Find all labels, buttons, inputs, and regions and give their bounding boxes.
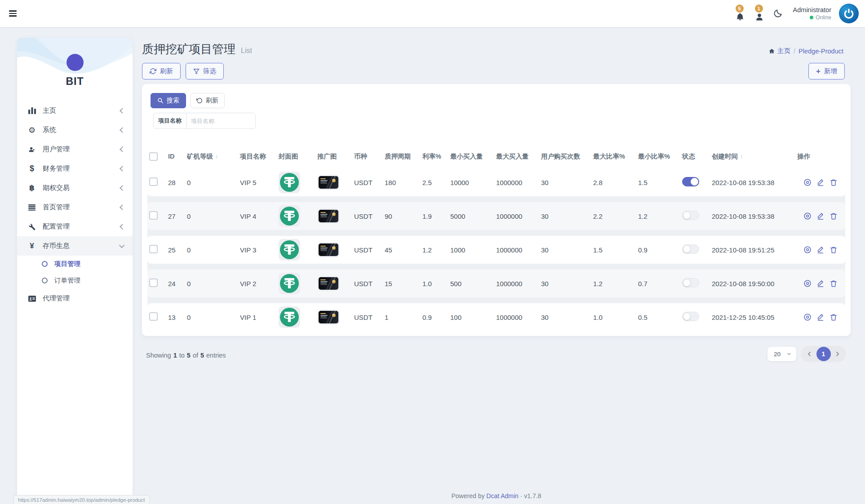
status-toggle[interactable] — [682, 177, 699, 186]
row-checkbox[interactable] — [149, 245, 158, 253]
view-button[interactable] — [803, 178, 812, 186]
cell-max-buy: 1000000 — [492, 280, 537, 287]
cell-coin: USDT — [350, 179, 381, 186]
cell-user-buy-times: 30 — [537, 179, 590, 186]
cell-max-buy: 1000000 — [492, 212, 537, 220]
filter-button[interactable]: 筛选 — [186, 63, 224, 80]
cell-min-buy: 1000 — [447, 246, 492, 254]
promo-image[interactable] — [317, 276, 340, 291]
delete-button[interactable] — [830, 279, 838, 287]
row-checkbox[interactable] — [149, 312, 158, 321]
search-button[interactable]: 搜索 — [151, 93, 186, 108]
chevron-left-icon — [120, 108, 125, 114]
tether-icon — [280, 240, 299, 259]
edit-button[interactable] — [816, 279, 825, 287]
chevron-left-icon — [120, 146, 125, 152]
sidebar-item-finance[interactable]: $ 财务管理 — [17, 159, 133, 178]
status-toggle[interactable] — [682, 244, 699, 254]
cell-project-name: VIP 1 — [236, 314, 275, 321]
row-checkbox[interactable] — [149, 177, 158, 186]
sidebar-item-deposit-interest[interactable]: ¥ 存币生息 — [17, 236, 133, 256]
notifications-button[interactable]: 5 — [734, 4, 746, 22]
edit-button[interactable] — [816, 212, 825, 220]
user-name: Administrator — [793, 6, 831, 14]
refresh-button[interactable]: 刷新 — [142, 63, 181, 80]
status-toggle[interactable] — [682, 211, 699, 220]
delete-button[interactable] — [830, 212, 838, 220]
sidebar-toggle-button[interactable] — [9, 8, 21, 19]
promo-banner-graphic — [319, 210, 338, 222]
project-name-input[interactable] — [186, 113, 256, 128]
cover-image[interactable] — [279, 306, 300, 328]
search-icon — [157, 97, 164, 104]
sidebar-subitem-project-manage[interactable]: 项目管理 — [17, 256, 133, 272]
next-page-button[interactable] — [834, 350, 841, 358]
delete-button[interactable] — [830, 178, 838, 186]
status-toggle[interactable] — [682, 278, 699, 287]
sidebar-item-users[interactable]: 用户管理 — [17, 140, 133, 159]
breadcrumb-home-link[interactable]: 主页 — [768, 47, 790, 55]
prev-page-button[interactable] — [806, 350, 813, 358]
version-label: v1.7.8 — [524, 492, 541, 500]
sidebar-item-agent-manage[interactable]: 代理管理 — [17, 289, 133, 308]
promo-image[interactable] — [317, 175, 340, 190]
select-all-checkbox[interactable] — [149, 152, 158, 161]
edit-button[interactable] — [816, 246, 825, 254]
sidebar-item-options-trade[interactable]: ฿ 期权交易 — [17, 178, 133, 198]
cell-miner-level: 0 — [183, 280, 236, 287]
add-button[interactable]: + 新增 — [808, 63, 845, 80]
cell-max-ratio: 1.2 — [590, 280, 634, 287]
sort-asc-icon[interactable]: ↑ — [215, 153, 218, 160]
messages-button[interactable]: 1 — [754, 4, 765, 22]
entries-summary: Showing1to5of5entries — [146, 352, 226, 359]
row-checkbox[interactable] — [149, 279, 158, 287]
promo-image[interactable] — [317, 208, 340, 224]
cell-max-buy: 1000000 — [492, 179, 537, 186]
delete-button[interactable] — [830, 313, 838, 321]
cell-coin: USDT — [350, 246, 381, 254]
sidebar-item-home[interactable]: 主页 — [17, 101, 133, 120]
breadcrumb-current[interactable]: Pledge-Product — [798, 48, 843, 55]
promo-image[interactable] — [317, 309, 340, 325]
table-row: 27 0 VIP 4 USDT 90 1.9 500 — [147, 202, 845, 230]
cell-created-at: 2022-10-08 19:50:00 — [708, 280, 794, 287]
messages-badge: 1 — [755, 4, 763, 13]
dcat-admin-link[interactable]: Dcat Admin — [486, 492, 519, 500]
sidebar-item-homepage-manage[interactable]: 首页管理 — [17, 198, 133, 217]
current-page-button[interactable]: 1 — [816, 347, 831, 361]
edit-button[interactable] — [816, 178, 825, 186]
cell-miner-level: 0 — [183, 246, 236, 254]
cell-rate: 1.0 — [419, 280, 447, 287]
cell-max-ratio: 2.2 — [590, 212, 634, 220]
cell-min-ratio: 1.5 — [634, 179, 679, 186]
app: 5 1 Administrator Online — [0, 0, 865, 504]
sidebar-item-system[interactable]: ⚙ 系统 — [17, 120, 133, 140]
delete-button[interactable] — [830, 246, 838, 254]
view-button[interactable] — [803, 279, 812, 287]
cover-image[interactable] — [279, 273, 300, 294]
edit-button[interactable] — [816, 313, 825, 321]
cover-image[interactable] — [279, 239, 300, 261]
sidebar-item-config[interactable]: 配置管理 — [17, 217, 133, 236]
user-icon — [755, 13, 764, 22]
view-button[interactable] — [803, 313, 812, 321]
view-button[interactable] — [803, 246, 812, 254]
sort-asc-icon[interactable]: ↑ — [740, 153, 743, 160]
page-size-select[interactable]: 20 — [767, 347, 796, 361]
cell-project-name: VIP 3 — [236, 246, 275, 254]
cover-image[interactable] — [279, 172, 300, 193]
promo-image[interactable] — [317, 242, 340, 257]
cover-image[interactable] — [279, 205, 300, 227]
cell-min-buy: 500 — [447, 280, 492, 287]
user-info[interactable]: Administrator Online — [793, 6, 831, 21]
status-toggle[interactable] — [682, 312, 699, 321]
cell-min-ratio: 0.9 — [634, 246, 679, 254]
grid-refresh-button[interactable]: 刷新 — [190, 93, 225, 108]
row-checkbox[interactable] — [149, 211, 158, 220]
view-button[interactable] — [803, 212, 812, 220]
avatar[interactable] — [839, 4, 859, 23]
breadcrumb-separator: / — [794, 48, 795, 55]
cell-pledge-period: 180 — [381, 179, 419, 186]
dark-mode-toggle[interactable] — [773, 9, 783, 18]
sidebar-subitem-order-manage[interactable]: 订单管理 — [17, 272, 133, 289]
